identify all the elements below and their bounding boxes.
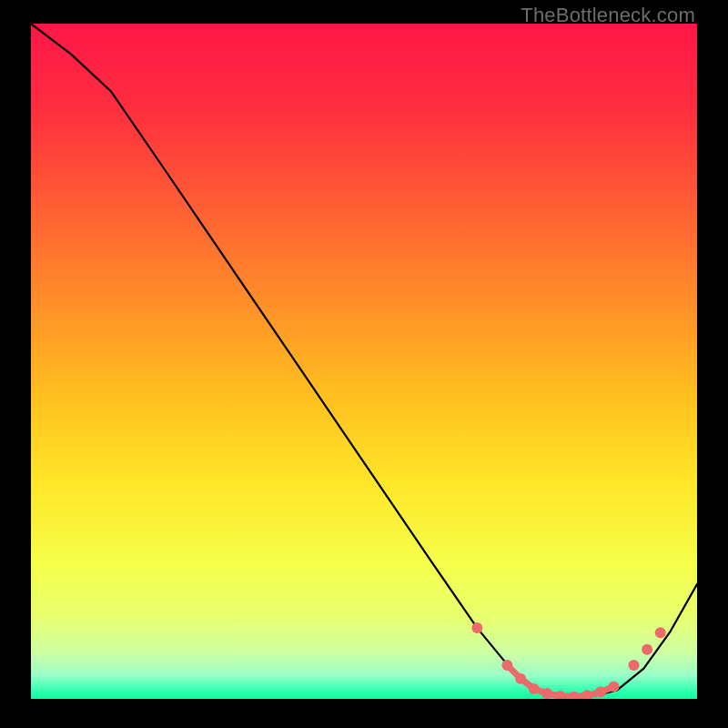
marker-dot <box>629 660 640 671</box>
watermark-text: TheBottleneck.com <box>521 4 695 27</box>
marker-dot <box>515 673 526 684</box>
marker-dot <box>642 644 652 655</box>
marker-dot <box>529 683 540 694</box>
marker-dot <box>541 688 552 699</box>
bottleneck-curve-chart <box>31 24 697 699</box>
marker-dot <box>595 687 606 698</box>
marker-dot <box>471 622 482 633</box>
marker-dot <box>609 682 620 693</box>
chart-frame <box>31 24 697 699</box>
marker-dot <box>501 660 512 671</box>
marker-dot <box>655 627 666 638</box>
gradient-background <box>31 24 697 699</box>
